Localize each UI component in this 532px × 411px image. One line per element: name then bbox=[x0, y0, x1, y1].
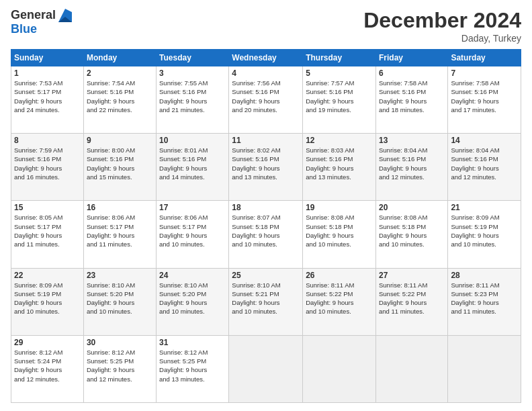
day-number: 20 bbox=[379, 203, 445, 212]
cell-content: Sunrise: 7:53 AMSunset: 5:17 PMDaylight:… bbox=[14, 79, 81, 114]
day-number: 1 bbox=[14, 68, 81, 78]
cell-content: Sunrise: 8:11 AMSunset: 5:22 PMDaylight:… bbox=[306, 281, 373, 316]
table-row: 4Sunrise: 7:56 AMSunset: 5:16 PMDaylight… bbox=[229, 66, 303, 134]
table-row: 14Sunrise: 8:04 AMSunset: 5:16 PMDayligh… bbox=[448, 134, 521, 201]
day-number: 25 bbox=[232, 271, 300, 280]
table-row: 2Sunrise: 7:54 AMSunset: 5:16 PMDaylight… bbox=[83, 66, 156, 134]
table-row: 27Sunrise: 8:11 AMSunset: 5:22 PMDayligh… bbox=[375, 268, 447, 335]
cell-content: Sunrise: 8:06 AMSunset: 5:17 PMDaylight:… bbox=[87, 213, 153, 248]
table-row: 8Sunrise: 7:59 AMSunset: 5:16 PMDaylight… bbox=[11, 134, 84, 201]
day-number: 10 bbox=[159, 136, 226, 145]
day-number: 30 bbox=[87, 338, 153, 347]
calendar-week-5: 29Sunrise: 8:12 AMSunset: 5:24 PMDayligh… bbox=[11, 335, 521, 402]
cell-content: Sunrise: 8:04 AMSunset: 5:16 PMDaylight:… bbox=[451, 146, 518, 181]
day-number: 13 bbox=[379, 136, 445, 145]
day-number: 11 bbox=[232, 136, 300, 145]
table-row: 20Sunrise: 8:08 AMSunset: 5:18 PMDayligh… bbox=[375, 201, 447, 268]
day-number: 15 bbox=[14, 203, 81, 212]
title-section: December 2024 Daday, Turkey bbox=[363, 8, 521, 44]
col-sunday: Sunday bbox=[11, 50, 84, 66]
cell-content: Sunrise: 8:08 AMSunset: 5:18 PMDaylight:… bbox=[379, 213, 445, 248]
table-row: 22Sunrise: 8:09 AMSunset: 5:19 PMDayligh… bbox=[11, 268, 84, 335]
cell-content: Sunrise: 8:08 AMSunset: 5:18 PMDaylight:… bbox=[306, 213, 373, 248]
table-row: 15Sunrise: 8:05 AMSunset: 5:17 PMDayligh… bbox=[11, 201, 84, 268]
day-number: 5 bbox=[306, 68, 373, 78]
col-wednesday: Wednesday bbox=[229, 50, 303, 66]
day-number: 29 bbox=[14, 338, 81, 347]
day-number: 22 bbox=[14, 271, 81, 280]
day-number: 24 bbox=[159, 271, 226, 280]
table-row: 3Sunrise: 7:55 AMSunset: 5:16 PMDaylight… bbox=[157, 66, 229, 134]
cell-content: Sunrise: 8:03 AMSunset: 5:16 PMDaylight:… bbox=[306, 146, 373, 181]
logo-icon bbox=[58, 9, 72, 22]
table-row bbox=[229, 335, 303, 402]
table-row: 29Sunrise: 8:12 AMSunset: 5:24 PMDayligh… bbox=[11, 335, 84, 402]
month-title: December 2024 bbox=[363, 8, 521, 33]
location: Daday, Turkey bbox=[363, 33, 521, 44]
header: General Blue December 2024 Daday, Turkey bbox=[11, 8, 521, 44]
day-number: 23 bbox=[87, 271, 153, 280]
table-row: 26Sunrise: 8:11 AMSunset: 5:22 PMDayligh… bbox=[303, 268, 376, 335]
cell-content: Sunrise: 8:11 AMSunset: 5:23 PMDaylight:… bbox=[451, 281, 518, 316]
calendar-week-4: 22Sunrise: 8:09 AMSunset: 5:19 PMDayligh… bbox=[11, 268, 521, 335]
cell-content: Sunrise: 8:09 AMSunset: 5:19 PMDaylight:… bbox=[14, 281, 81, 316]
calendar-week-2: 8Sunrise: 7:59 AMSunset: 5:16 PMDaylight… bbox=[11, 134, 521, 201]
cell-content: Sunrise: 7:57 AMSunset: 5:16 PMDaylight:… bbox=[306, 79, 373, 114]
day-number: 26 bbox=[306, 271, 373, 280]
table-row: 13Sunrise: 8:04 AMSunset: 5:16 PMDayligh… bbox=[375, 134, 447, 201]
page: General Blue December 2024 Daday, Turkey… bbox=[0, 0, 532, 411]
cell-content: Sunrise: 7:59 AMSunset: 5:16 PMDaylight:… bbox=[14, 146, 81, 181]
table-row bbox=[448, 335, 521, 402]
cell-content: Sunrise: 8:10 AMSunset: 5:20 PMDaylight:… bbox=[87, 281, 153, 316]
day-number: 28 bbox=[451, 271, 518, 280]
day-number: 19 bbox=[306, 203, 373, 212]
table-row: 24Sunrise: 8:10 AMSunset: 5:20 PMDayligh… bbox=[157, 268, 229, 335]
cell-content: Sunrise: 8:00 AMSunset: 5:16 PMDaylight:… bbox=[87, 146, 153, 181]
calendar-table: Sunday Monday Tuesday Wednesday Thursday… bbox=[11, 49, 521, 403]
header-row: Sunday Monday Tuesday Wednesday Thursday… bbox=[11, 50, 521, 66]
table-row: 21Sunrise: 8:09 AMSunset: 5:19 PMDayligh… bbox=[448, 201, 521, 268]
col-monday: Monday bbox=[83, 50, 156, 66]
table-row: 19Sunrise: 8:08 AMSunset: 5:18 PMDayligh… bbox=[303, 201, 376, 268]
logo-general: General bbox=[11, 8, 56, 22]
table-row bbox=[375, 335, 447, 402]
day-number: 27 bbox=[379, 271, 445, 280]
cell-content: Sunrise: 8:04 AMSunset: 5:16 PMDaylight:… bbox=[379, 146, 445, 181]
day-number: 17 bbox=[159, 203, 226, 212]
cell-content: Sunrise: 8:10 AMSunset: 5:21 PMDaylight:… bbox=[232, 281, 300, 316]
table-row: 30Sunrise: 8:12 AMSunset: 5:25 PMDayligh… bbox=[83, 335, 156, 402]
table-row: 5Sunrise: 7:57 AMSunset: 5:16 PMDaylight… bbox=[303, 66, 376, 134]
cell-content: Sunrise: 8:12 AMSunset: 5:25 PMDaylight:… bbox=[87, 348, 153, 383]
day-number: 4 bbox=[232, 68, 300, 78]
day-number: 18 bbox=[232, 203, 300, 212]
table-row: 23Sunrise: 8:10 AMSunset: 5:20 PMDayligh… bbox=[83, 268, 156, 335]
col-friday: Friday bbox=[375, 50, 447, 66]
calendar-week-3: 15Sunrise: 8:05 AMSunset: 5:17 PMDayligh… bbox=[11, 201, 521, 268]
table-row: 25Sunrise: 8:10 AMSunset: 5:21 PMDayligh… bbox=[229, 268, 303, 335]
cell-content: Sunrise: 8:12 AMSunset: 5:25 PMDaylight:… bbox=[159, 348, 226, 383]
day-number: 16 bbox=[87, 203, 153, 212]
cell-content: Sunrise: 8:10 AMSunset: 5:20 PMDaylight:… bbox=[159, 281, 226, 316]
day-number: 12 bbox=[306, 136, 373, 145]
cell-content: Sunrise: 8:01 AMSunset: 5:16 PMDaylight:… bbox=[159, 146, 226, 181]
day-number: 3 bbox=[159, 68, 226, 78]
calendar-week-1: 1Sunrise: 7:53 AMSunset: 5:17 PMDaylight… bbox=[11, 66, 521, 134]
cell-content: Sunrise: 7:55 AMSunset: 5:16 PMDaylight:… bbox=[159, 79, 226, 114]
cell-content: Sunrise: 8:06 AMSunset: 5:17 PMDaylight:… bbox=[159, 213, 226, 248]
day-number: 6 bbox=[379, 68, 445, 78]
table-row: 7Sunrise: 7:58 AMSunset: 5:16 PMDaylight… bbox=[448, 66, 521, 134]
table-row: 28Sunrise: 8:11 AMSunset: 5:23 PMDayligh… bbox=[448, 268, 521, 335]
day-number: 21 bbox=[451, 203, 518, 212]
logo-blue: Blue bbox=[11, 22, 37, 36]
table-row: 18Sunrise: 8:07 AMSunset: 5:18 PMDayligh… bbox=[229, 201, 303, 268]
day-number: 2 bbox=[87, 68, 153, 78]
day-number: 8 bbox=[14, 136, 81, 145]
logo-text: General bbox=[11, 8, 72, 22]
cell-content: Sunrise: 7:58 AMSunset: 5:16 PMDaylight:… bbox=[379, 79, 445, 114]
table-row: 31Sunrise: 8:12 AMSunset: 5:25 PMDayligh… bbox=[157, 335, 229, 402]
cell-content: Sunrise: 8:05 AMSunset: 5:17 PMDaylight:… bbox=[14, 213, 81, 248]
cell-content: Sunrise: 7:54 AMSunset: 5:16 PMDaylight:… bbox=[87, 79, 153, 114]
col-thursday: Thursday bbox=[303, 50, 376, 66]
table-row: 6Sunrise: 7:58 AMSunset: 5:16 PMDaylight… bbox=[375, 66, 447, 134]
day-number: 9 bbox=[87, 136, 153, 145]
